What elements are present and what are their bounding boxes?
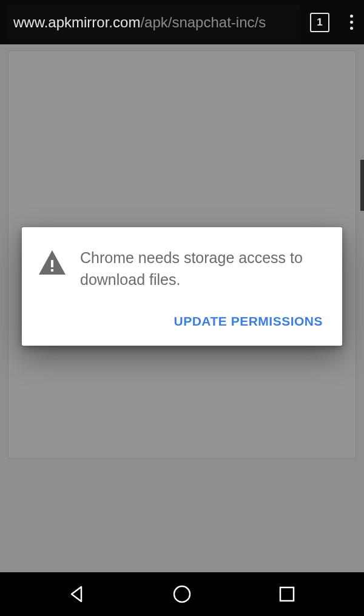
dialog-actions: UPDATE PERMISSIONS (36, 308, 328, 335)
tab-count: 1 (317, 16, 322, 29)
svg-rect-1 (51, 269, 53, 272)
dialog-body: Chrome needs storage access to download … (36, 247, 328, 291)
browser-toolbar: www.apkmirror.com/apk/snapchat-inc/s 1 (0, 0, 364, 44)
svg-rect-3 (280, 587, 294, 601)
menu-dot-icon (350, 21, 353, 24)
tab-switcher-button[interactable]: 1 (310, 13, 329, 32)
menu-dot-icon (350, 15, 353, 18)
svg-rect-0 (51, 260, 53, 267)
menu-dot-icon (350, 27, 353, 30)
home-icon (172, 584, 192, 604)
warning-icon (39, 250, 66, 277)
update-permissions-button[interactable]: UPDATE PERMISSIONS (169, 308, 328, 335)
url-text: www.apkmirror.com/apk/snapchat-inc/s (13, 14, 266, 31)
url-bar[interactable]: www.apkmirror.com/apk/snapchat-inc/s (7, 5, 300, 40)
back-button[interactable] (59, 576, 95, 612)
recents-button[interactable] (269, 576, 305, 612)
url-path: /apk/snapchat-inc/s (140, 14, 266, 30)
url-domain: www.apkmirror.com (13, 14, 140, 30)
permission-dialog: Chrome needs storage access to download … (22, 227, 342, 346)
dialog-message: Chrome needs storage access to download … (80, 247, 328, 291)
android-nav-bar (0, 572, 364, 616)
home-button[interactable] (164, 576, 200, 612)
overflow-menu-button[interactable] (346, 11, 357, 33)
back-icon (68, 585, 86, 603)
svg-point-2 (174, 586, 190, 602)
recents-icon (279, 586, 295, 602)
